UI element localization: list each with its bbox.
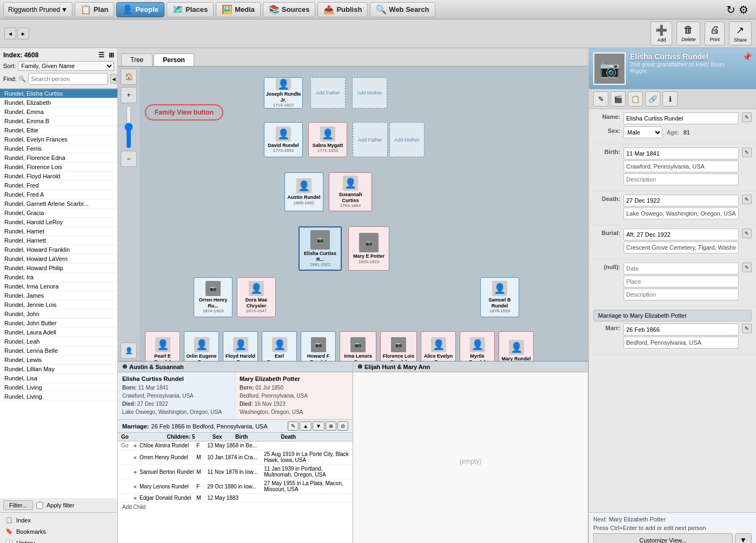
settings-icon[interactable]: ⚙ xyxy=(739,3,748,16)
person-box-sabra[interactable]: 👤 Sabra Mygatt 1771-1853 xyxy=(308,122,347,157)
person-item[interactable]: Rundel, Harriett xyxy=(0,236,117,245)
list-view-icon[interactable]: ☰ xyxy=(98,51,104,59)
zoom-in-button[interactable]: + xyxy=(121,87,137,103)
person-item[interactable]: Rundel, Florence Edna xyxy=(0,153,117,163)
person-box-samuel[interactable]: 👤 Samuel B Rundel 1878-1939 xyxy=(480,277,519,317)
person-item[interactable]: Rundel, Howard Philip xyxy=(0,264,117,273)
file-selector[interactable]: Riggworth Pruned ▼ xyxy=(3,2,72,17)
sidebar-item-history[interactable]: 🕐 History xyxy=(2,538,115,543)
person-item[interactable]: Rundel, Fred A xyxy=(0,190,117,199)
person-box-joseph[interactable]: 👤 Joseph Rundle Jr. 1710-1812 xyxy=(264,77,303,109)
add-mother-2[interactable]: Add Mother xyxy=(389,122,425,157)
person-item[interactable]: Rundel, Elisha Curtiss xyxy=(0,89,117,98)
pin-icon[interactable]: 📌 xyxy=(742,52,752,61)
right-copy-button[interactable]: 📋 xyxy=(628,91,643,106)
person-item[interactable]: Rundel, Laura Adell xyxy=(0,328,117,337)
person-item[interactable]: Rundel, Lillian May xyxy=(0,365,117,374)
person-box-florence-lois[interactable]: 📷 Florence Lois Rundel 1912-2000 xyxy=(380,331,417,361)
death-date-input[interactable] xyxy=(624,195,739,206)
birth-date-input[interactable] xyxy=(624,148,739,159)
person-item[interactable]: Rundel, John Butler xyxy=(0,319,117,328)
person-item[interactable]: Rundel, Irma Lenora xyxy=(0,282,117,291)
null-edit-button[interactable]: ✎ xyxy=(742,263,752,272)
person-item[interactable]: Rundel, Lenna Belle xyxy=(0,346,117,356)
person-item[interactable]: Rundel, Lewis xyxy=(0,356,117,365)
customize-view-button[interactable]: Customize View... xyxy=(593,533,733,543)
marr-place-input[interactable] xyxy=(624,337,739,348)
menubar-item-websearch[interactable]: 🔍Web Search xyxy=(370,2,435,17)
person-box-austin[interactable]: 👤 Austin Rundel 1800-1892 xyxy=(284,172,323,211)
menubar-item-plan[interactable]: 📋Plan xyxy=(75,2,114,17)
menubar-item-media[interactable]: 🖼️Media xyxy=(216,2,261,17)
add-child-button[interactable]: Add Child xyxy=(118,502,353,512)
prev-result-button[interactable]: ◄ xyxy=(110,74,117,84)
birth-place-input[interactable] xyxy=(624,160,739,172)
marriage-edit-button[interactable]: ✎ xyxy=(288,421,299,431)
right-edit-button[interactable]: ✎ xyxy=(593,91,608,106)
sync-icon[interactable]: ↻ xyxy=(726,3,735,16)
person-box-elisha[interactable]: 📷 Elisha Curtiss R... 1841-1922 xyxy=(299,226,342,271)
person-item[interactable]: Rundel, Living xyxy=(0,392,117,401)
sidebar-item-index[interactable]: 📋 Index xyxy=(2,515,115,525)
forward-button[interactable]: ► xyxy=(17,28,29,39)
birth-desc-input[interactable] xyxy=(624,173,739,185)
person-icon-button[interactable]: 👤 xyxy=(121,343,137,359)
add-mother-1[interactable]: Add Mother xyxy=(352,77,387,109)
null-date-input[interactable] xyxy=(624,263,739,274)
burial-edit-button[interactable]: ✎ xyxy=(742,229,752,238)
sex-select[interactable]: Male Female Unknown xyxy=(624,126,662,138)
back-button[interactable]: ◄ xyxy=(4,28,16,39)
zoom-slider[interactable] xyxy=(124,105,133,149)
person-item[interactable]: Rundel, Harriet xyxy=(0,227,117,236)
tab-tree[interactable]: Tree xyxy=(121,53,152,66)
apply-filter-checkbox[interactable] xyxy=(36,502,43,509)
menubar-item-sources[interactable]: 📚Sources xyxy=(263,2,315,17)
menubar-item-publish[interactable]: 📤Publish xyxy=(317,2,368,17)
name-edit-button[interactable]: ✎ xyxy=(742,112,752,122)
birth-edit-button[interactable]: ✎ xyxy=(742,148,752,157)
person-item[interactable]: Rundel, Harold LeRoy xyxy=(0,218,117,227)
person-item[interactable]: Rundel, Emma B xyxy=(0,117,117,126)
sort-select[interactable]: Family, Given Name Given Name, Family xyxy=(18,61,114,71)
right-info-button[interactable]: ℹ xyxy=(662,91,678,106)
person-box-mary-r[interactable]: 👤 Mary Rundel 1905- xyxy=(499,331,534,361)
person-item[interactable]: Rundel, Lisa xyxy=(0,374,117,383)
null-desc-input[interactable] xyxy=(624,289,739,300)
menubar-item-places[interactable]: 🗺️Places xyxy=(167,2,214,17)
person-item[interactable]: Rundel, Howard Franklin xyxy=(0,245,117,254)
child-row[interactable]: ◄ Orren Henry Rundel M 10 Jan 1874 in Cr… xyxy=(118,450,353,465)
marriage-btn3[interactable]: ⊕ xyxy=(326,421,336,431)
grid-view-icon[interactable]: ⊞ xyxy=(109,51,114,59)
sidebar-item-bookmarks[interactable]: 🔖 Bookmarks xyxy=(2,526,115,537)
person-item[interactable]: Rundel, Evelyn Frances xyxy=(0,135,117,144)
person-box-myrtle[interactable]: 👤 Myrtle Rundel 1903- xyxy=(460,331,495,361)
person-box-susannah[interactable]: 👤 Susannah Curtiss 1794-1864 xyxy=(329,172,372,211)
menubar-item-people[interactable]: 👤People xyxy=(116,2,164,17)
person-box-orren[interactable]: 📷 Orren Henry Ru... 1874-1919 xyxy=(194,277,233,317)
person-box-pearl[interactable]: 👤 Pearl E Rundel 1896-1992 xyxy=(145,331,180,361)
add-father-1[interactable]: Add Father xyxy=(310,77,346,109)
person-item[interactable]: Rundel, Gracia xyxy=(0,209,117,218)
person-item[interactable]: Rundel, Elizabeth xyxy=(0,98,117,108)
delete-button[interactable]: 🗑 Delete xyxy=(677,22,700,45)
person-box-irma[interactable]: 📷 Irma Lenora R... 1907-1984 xyxy=(340,331,376,361)
person-box-david[interactable]: 👤 David Rundel 1773-1853 xyxy=(264,122,303,157)
person-item[interactable]: Rundel, Fred xyxy=(0,181,117,190)
person-item[interactable]: Rundel, Ettie xyxy=(0,126,117,135)
person-box-mary-potter[interactable]: 📷 Mary E Potter 1850-1923 xyxy=(348,226,389,271)
next-dropdown-button[interactable]: ▼ xyxy=(735,533,752,543)
death-edit-button[interactable]: ✎ xyxy=(742,195,752,204)
person-item[interactable]: Rundel, Floyd Harold xyxy=(0,172,117,181)
person-item[interactable]: Rundel, Florence Lois xyxy=(0,163,117,172)
filter-button[interactable]: Filter... xyxy=(3,500,33,510)
person-item[interactable]: Rundel, Ferris xyxy=(0,144,117,153)
search-input[interactable] xyxy=(28,73,108,85)
death-place-input[interactable] xyxy=(624,207,739,219)
person-box-alice[interactable]: 👤 Alice Evelyn R... 1901-1988 xyxy=(421,331,456,361)
marriage-btn4[interactable]: ⊖ xyxy=(337,421,348,431)
person-box-orlin[interactable]: 👤 Orlin Eugene R... 1897-1969 xyxy=(184,331,219,361)
print-button[interactable]: 🖨 Print xyxy=(705,22,725,45)
person-box-dora[interactable]: 👤 Dora Mae Chrysler 1873-1947 xyxy=(237,277,276,317)
null-place-input[interactable] xyxy=(624,276,739,287)
child-row[interactable]: ◄ Edgar Donald Rundel M 12 May 1883 xyxy=(118,494,353,502)
